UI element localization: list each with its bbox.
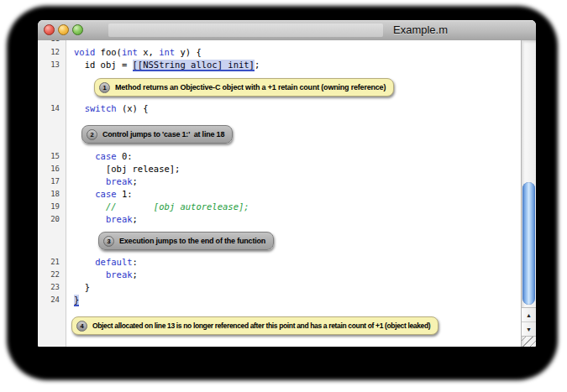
code-line[interactable]: 20 break; xyxy=(38,213,521,226)
annotation-bubble-4[interactable]: 4Object allocated on line 13 is no longe… xyxy=(71,316,438,335)
code-line[interactable]: 17 break; xyxy=(38,175,521,188)
annotation-bubble-2[interactable]: 2Control jumps to 'case 1:' at line 18 xyxy=(81,125,233,144)
line-number: 21 xyxy=(38,256,60,269)
example-m-window: Example.m 1112void foo(int x, int y) {13… xyxy=(38,20,536,347)
code-line[interactable]: 13 id obj = [[NSString alloc] init]; xyxy=(38,59,521,71)
code-token: } xyxy=(74,282,90,292)
code-token: [obj release]; xyxy=(74,164,180,174)
code-token: ; xyxy=(255,60,260,70)
code-token: int xyxy=(122,47,138,57)
code-text: } xyxy=(74,281,90,294)
code-token: ; xyxy=(133,269,138,280)
code-token: : xyxy=(133,257,138,267)
line-number: 24 xyxy=(38,294,60,306)
code-token xyxy=(74,257,95,267)
code-line[interactable]: 22 break; xyxy=(38,269,521,281)
code-text: default: xyxy=(74,256,138,269)
code-token: foo( xyxy=(95,47,122,57)
code-token xyxy=(74,269,106,280)
line-number: 17 xyxy=(38,175,60,188)
code-token xyxy=(74,176,106,186)
title-bar-highlight-strip xyxy=(108,24,383,37)
code-token: (x) { xyxy=(117,103,149,113)
code-token: ; xyxy=(133,214,138,224)
code-line[interactable]: 12void foo(int x, int y) { xyxy=(38,46,521,59)
annotation-text: Control jumps to 'case 1:' at line 18 xyxy=(102,130,224,139)
line-number: 12 xyxy=(38,46,60,59)
screenshot-canvas: Example.m 1112void foo(int x, int y) {13… xyxy=(0,0,567,392)
scroll-up-arrow-icon[interactable]: ▲ xyxy=(522,307,536,321)
code-text: break; xyxy=(74,213,138,226)
code-token: y) { xyxy=(175,47,202,57)
resize-grip-icon[interactable] xyxy=(522,336,536,347)
code-token: case xyxy=(95,189,116,199)
code-line[interactable]: 14 switch (x) { xyxy=(38,102,521,115)
code-editor[interactable]: 1112void foo(int x, int y) {13 id obj = … xyxy=(38,40,536,347)
code-line[interactable]: 18 case 1: xyxy=(38,188,521,201)
code-token xyxy=(74,214,106,224)
code-text: } xyxy=(74,294,79,306)
code-text: switch (x) { xyxy=(74,102,149,115)
line-number: 15 xyxy=(38,150,60,163)
code-token: ; xyxy=(133,176,138,186)
line-number: 19 xyxy=(38,201,60,213)
annotation-bubble-3[interactable]: 3Execution jumps to the end of the funct… xyxy=(98,232,274,250)
line-number: 14 xyxy=(38,102,60,115)
code-text: break; xyxy=(74,269,138,281)
code-line[interactable]: 23 } xyxy=(38,281,521,294)
annotation-text: Object allocated on line 13 is no longer… xyxy=(92,321,430,330)
step-number-badge: 3 xyxy=(103,236,114,247)
annotation-text: Method returns an Objective-C object wit… xyxy=(115,83,386,91)
code-token: x, xyxy=(138,47,159,57)
code-line[interactable]: 24} xyxy=(38,294,521,306)
step-number-badge: 4 xyxy=(76,321,87,332)
line-number: 11 xyxy=(38,40,60,45)
code-text: void foo(int x, int y) { xyxy=(74,46,202,59)
code-token: break xyxy=(106,214,133,224)
code-token: // [obj autorelease]; xyxy=(74,201,249,212)
annotation-bubble-1[interactable]: 1Method returns an Objective-C object wi… xyxy=(94,78,394,97)
analyzer-highlight: [[NSString alloc] init] xyxy=(133,60,255,71)
line-number: 23 xyxy=(38,281,60,294)
line-number: 20 xyxy=(38,213,60,226)
code-line[interactable]: 11 xyxy=(38,40,521,45)
code-line[interactable]: 21 default: xyxy=(38,256,521,269)
code-token xyxy=(74,189,95,199)
title-bar[interactable]: Example.m xyxy=(38,20,536,41)
code-token: int xyxy=(159,47,175,57)
code-text: id obj = [[NSString alloc] init]; xyxy=(74,59,260,71)
code-token: break xyxy=(106,269,133,280)
code-token xyxy=(74,103,85,113)
code-line[interactable]: 15 case 0: xyxy=(38,150,521,163)
code-token xyxy=(74,151,95,161)
line-number: 13 xyxy=(38,59,60,71)
code-text: break; xyxy=(74,175,138,188)
code-text: case 0: xyxy=(74,150,133,163)
step-number-badge: 2 xyxy=(87,129,97,140)
code-token: switch xyxy=(85,103,117,113)
minimize-button[interactable] xyxy=(58,24,69,35)
vertical-scrollbar[interactable]: ▲ ▼ xyxy=(521,40,536,347)
step-number-badge: 1 xyxy=(99,82,110,93)
code-token: case xyxy=(95,151,116,161)
scrollbar-thumb[interactable] xyxy=(522,182,535,305)
analyzer-highlight: } xyxy=(74,295,79,306)
code-text: // [obj autorelease]; xyxy=(74,201,249,213)
zoom-button[interactable] xyxy=(72,24,83,35)
close-button[interactable] xyxy=(44,24,55,35)
line-number: 16 xyxy=(38,163,60,175)
code-token: id obj = xyxy=(74,60,133,70)
code-token: 1: xyxy=(117,189,133,199)
code-line[interactable]: 16 [obj release]; xyxy=(38,163,521,175)
line-number: 18 xyxy=(38,188,60,201)
code-token: default xyxy=(95,257,132,267)
annotation-text: Execution jumps to the end of the functi… xyxy=(119,237,265,245)
scroll-down-arrow-icon[interactable]: ▼ xyxy=(522,321,536,336)
window-title: Example.m xyxy=(393,24,448,36)
code-line[interactable]: 19 // [obj autorelease]; xyxy=(38,201,521,213)
code-token: 0: xyxy=(117,151,133,161)
code-token: break xyxy=(106,176,133,186)
code-text: [obj release]; xyxy=(74,163,180,175)
code-token: void xyxy=(74,47,95,57)
code-rows: 1112void foo(int x, int y) {13 id obj = … xyxy=(38,40,521,347)
